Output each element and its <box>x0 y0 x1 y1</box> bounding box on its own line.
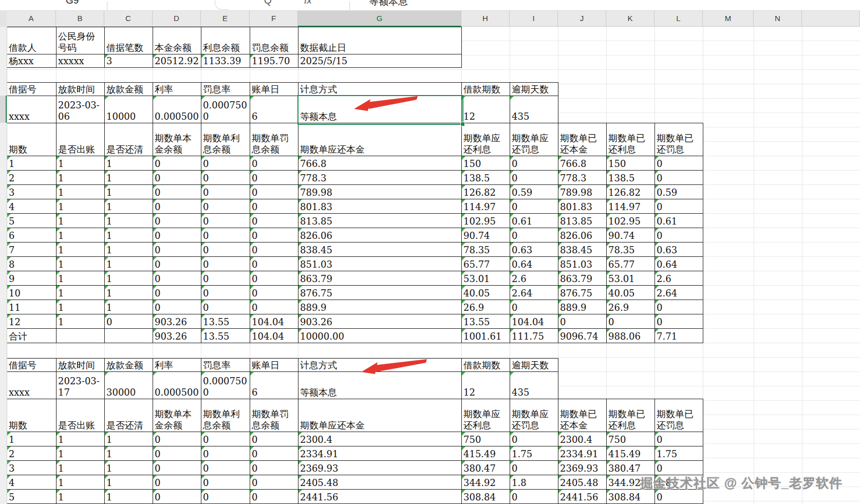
schedule-cell[interactable]: 1.75 <box>655 446 703 461</box>
schedule-cell[interactable]: 26.9 <box>607 300 655 314</box>
schedule-cell[interactable]: 2.64 <box>655 286 703 300</box>
summary-header-cell[interactable]: 公民身份号码 <box>57 27 105 54</box>
schedule-cell[interactable]: 0.59 <box>655 185 703 199</box>
loan-info-header-cell[interactable]: 借据号 <box>7 83 57 96</box>
loan-info-cell[interactable]: xxxx <box>7 96 57 123</box>
schedule-cell[interactable]: 102.95 <box>462 214 510 228</box>
loan-info-header-cell[interactable]: 罚息率 <box>201 359 250 372</box>
schedule-cell[interactable]: 750 <box>607 432 655 446</box>
schedule-header-cell[interactable]: 期数单已还本金 <box>558 399 607 432</box>
column-header-F[interactable]: F <box>250 10 298 27</box>
summary-cell[interactable]: 1133.39 <box>201 54 250 68</box>
schedule-cell[interactable]: 8 <box>7 257 57 271</box>
column-header-H[interactable]: H <box>461 10 510 27</box>
schedule-cell[interactable]: 0 <box>153 185 201 199</box>
schedule-cell[interactable]: 1 <box>105 271 153 286</box>
column-header-E[interactable]: E <box>201 10 250 27</box>
loan-info-cell[interactable]: 0.0007500 <box>201 96 250 123</box>
column-header-A[interactable]: A <box>7 10 56 27</box>
schedule-cell[interactable]: 2.6 <box>655 271 703 286</box>
schedule-cell[interactable]: 0 <box>153 490 201 504</box>
schedule-cell[interactable]: 53.01 <box>462 271 510 286</box>
schedule-cell[interactable]: 0 <box>655 300 703 314</box>
schedule-cell[interactable]: 789.98 <box>298 185 462 199</box>
schedule-cell[interactable]: 1 <box>105 156 153 171</box>
schedule-cell[interactable]: 0 <box>510 228 558 242</box>
loan-info-cell[interactable]: 6 <box>250 372 298 399</box>
schedule-cell[interactable]: 1 <box>57 199 105 214</box>
summary-header-cell[interactable]: 借据笔数 <box>105 27 153 54</box>
schedule-cell[interactable]: 750 <box>462 432 510 446</box>
schedule-cell[interactable]: 0 <box>655 171 703 185</box>
schedule-cell[interactable]: 0 <box>250 271 298 286</box>
schedule-cell[interactable]: 2441.56 <box>298 490 462 504</box>
schedule-cell[interactable]: 1 <box>57 300 105 314</box>
schedule-cell[interactable]: 12 <box>7 314 57 329</box>
schedule-cell[interactable]: 0 <box>250 214 298 228</box>
schedule-cell[interactable]: 0 <box>510 461 558 475</box>
schedule-cell[interactable]: 7 <box>7 242 57 257</box>
summary-header-cell[interactable]: 数据截止日 <box>298 27 462 54</box>
schedule-cell[interactable]: 1 <box>105 461 153 475</box>
schedule-cell[interactable]: 114.97 <box>607 199 655 214</box>
summary-cell[interactable]: 1195.70 <box>250 54 298 68</box>
schedule-cell[interactable]: 0 <box>250 475 298 490</box>
schedule-cell[interactable]: 2441.56 <box>558 490 607 504</box>
summary-header-cell[interactable]: 罚息余额 <box>250 27 298 54</box>
loan-info-cell[interactable]: 0.000500 <box>153 372 201 399</box>
schedule-cell[interactable]: 138.5 <box>607 171 655 185</box>
loan-info-cell[interactable]: 12 <box>462 96 510 123</box>
schedule-cell[interactable]: 2405.48 <box>298 475 462 490</box>
total-cell[interactable]: 9096.74 <box>558 329 607 343</box>
schedule-cell[interactable]: 0 <box>510 432 558 446</box>
schedule-header-cell[interactable]: 期数单已还罚息 <box>655 399 703 432</box>
schedule-cell[interactable]: 0 <box>153 446 201 461</box>
schedule-cell[interactable]: 0 <box>510 490 558 504</box>
schedule-cell[interactable]: 0 <box>201 446 250 461</box>
schedule-cell[interactable]: 2334.91 <box>298 446 462 461</box>
formula-bar-value[interactable]: 等额本息 <box>369 0 408 8</box>
loan-info-cell[interactable]: 等额本息 <box>298 372 462 399</box>
schedule-cell[interactable]: 1 <box>57 156 105 171</box>
schedule-cell[interactable]: 1 <box>105 257 153 271</box>
schedule-cell[interactable]: 0 <box>201 228 250 242</box>
schedule-cell[interactable]: 813.85 <box>298 214 462 228</box>
schedule-header-cell[interactable]: 是否还清 <box>105 399 153 432</box>
column-header-N[interactable]: N <box>754 10 802 27</box>
schedule-header-cell[interactable]: 是否出账 <box>57 399 105 432</box>
fx-icon[interactable]: fx <box>304 0 312 6</box>
schedule-cell[interactable]: 5 <box>7 490 57 504</box>
schedule-header-cell[interactable]: 期数单已还本金 <box>558 123 607 156</box>
schedule-cell[interactable]: 863.79 <box>298 271 462 286</box>
schedule-cell[interactable]: 0 <box>201 185 250 199</box>
schedule-cell[interactable]: 0 <box>201 286 250 300</box>
total-cell[interactable]: 988.06 <box>607 329 655 343</box>
schedule-cell[interactable]: 0 <box>607 314 655 329</box>
schedule-cell[interactable]: 0 <box>510 300 558 314</box>
schedule-cell[interactable]: 1 <box>57 461 105 475</box>
schedule-cell[interactable]: 0 <box>655 314 703 329</box>
schedule-cell[interactable]: 5 <box>7 214 57 228</box>
schedule-cell[interactable]: 78.35 <box>607 242 655 257</box>
loan-info-header-cell[interactable]: 逾期天数 <box>510 83 558 96</box>
loan-info-cell[interactable]: 30000 <box>105 372 153 399</box>
schedule-header-cell[interactable]: 期数单应还利息 <box>462 399 510 432</box>
schedule-cell[interactable]: 1 <box>57 214 105 228</box>
loan-info-header-cell[interactable]: 利率 <box>153 359 201 372</box>
column-header-B[interactable]: B <box>56 10 104 27</box>
loan-info-header-cell[interactable]: 利率 <box>153 83 201 96</box>
schedule-cell[interactable]: 0 <box>201 490 250 504</box>
schedule-header-cell[interactable]: 期数单本金余额 <box>153 399 201 432</box>
schedule-cell[interactable]: 851.03 <box>298 257 462 271</box>
schedule-cell[interactable]: 308.84 <box>462 490 510 504</box>
schedule-cell[interactable]: 2369.93 <box>558 461 607 475</box>
schedule-cell[interactable]: 6 <box>7 228 57 242</box>
schedule-cell[interactable]: 826.06 <box>298 228 462 242</box>
schedule-cell[interactable]: 150 <box>462 156 510 171</box>
schedule-cell[interactable]: 0.63 <box>655 242 703 257</box>
schedule-cell[interactable]: 1.8 <box>510 475 558 490</box>
schedule-cell[interactable]: 2300.4 <box>298 432 462 446</box>
column-header-L[interactable]: L <box>655 10 703 27</box>
schedule-cell[interactable]: 903.26 <box>298 314 462 329</box>
schedule-cell[interactable]: 3 <box>7 461 57 475</box>
